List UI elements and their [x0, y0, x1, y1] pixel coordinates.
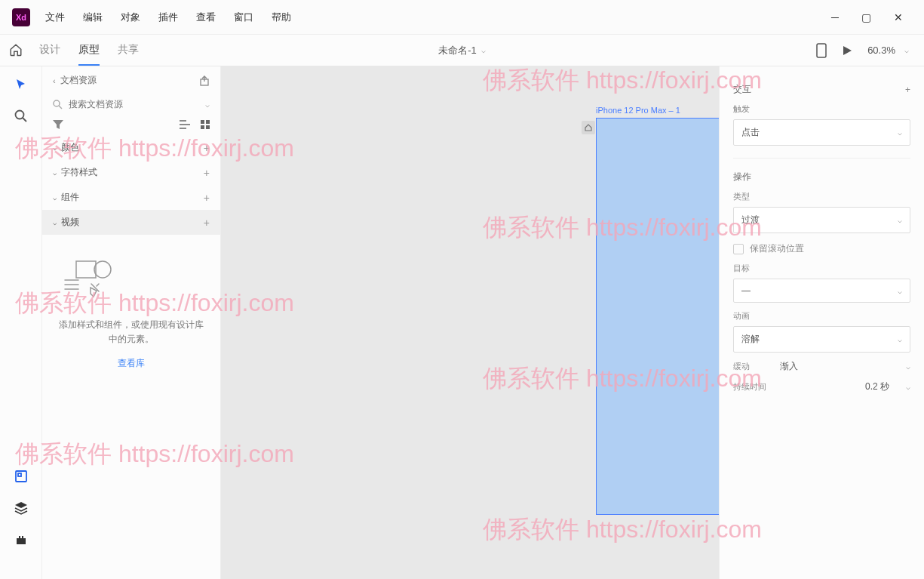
section-components[interactable]: ⌵ 组件 + [42, 185, 220, 210]
home-icon[interactable] [9, 43, 24, 58]
chevron-down-icon[interactable]: ⌵ [906, 362, 910, 371]
section-colors[interactable]: ⌵ 颜色 + [42, 135, 220, 160]
duration-label: 持续时间 [733, 381, 771, 393]
grid-view-icon[interactable] [201, 120, 210, 129]
main: ‹ 文档资源 ⌵ ⌵ [0, 66, 924, 579]
animation-value: 溶解 [741, 333, 760, 346]
trigger-value: 点击 [741, 126, 760, 139]
svg-point-1 [15, 111, 23, 119]
add-icon[interactable]: + [204, 142, 210, 154]
menu-window[interactable]: 窗口 [234, 11, 253, 24]
chevron-down-icon: ⌵ [898, 335, 902, 343]
filter-icon[interactable] [53, 120, 63, 129]
document-title[interactable]: 未命名-1 ⌵ [438, 44, 486, 57]
checkbox[interactable] [733, 244, 744, 254]
tab-share[interactable]: 共享 [118, 35, 139, 66]
tabbar: 设计 原型 共享 未命名-1 ⌵ 60.3% ⌵ [0, 35, 924, 66]
assets-icon[interactable] [12, 467, 30, 485]
plugins-icon[interactable] [12, 531, 30, 549]
chevron-down-icon: ⌵ [898, 287, 902, 295]
destination-select[interactable]: — ⌵ [733, 279, 910, 303]
add-icon[interactable]: + [204, 217, 210, 229]
close-icon[interactable]: ✕ [894, 11, 903, 23]
easing-row: 缓动 渐入 ⌵ [733, 360, 910, 373]
svg-rect-10 [206, 125, 210, 129]
trigger-select[interactable]: 点击 ⌵ [733, 119, 910, 146]
tabbar-right: 60.3% ⌵ [816, 43, 915, 58]
section-label: 颜色 [61, 141, 79, 154]
home-badge-icon[interactable] [582, 121, 595, 134]
section-label: 组件 [61, 191, 79, 204]
menu-bar: 文件 编辑 对象 插件 查看 窗口 帮助 [45, 11, 291, 24]
document-title-text: 未命名-1 [438, 44, 477, 57]
chevron-down-icon: ⌵ [898, 128, 902, 137]
maximize-icon[interactable]: ▢ [861, 11, 871, 23]
empty-state: 添加样式和组件，或使用现有设计库中的元素。 查看库 [42, 235, 220, 393]
window-controls: ─ ▢ ✕ [831, 11, 918, 23]
interaction-label: 交互 [733, 83, 751, 96]
menu-view[interactable]: 查看 [196, 11, 216, 24]
search-input[interactable] [69, 99, 199, 109]
menu-help[interactable]: 帮助 [272, 11, 291, 24]
right-panel: 交互 + 触发 点击 ⌵ 操作 类型 过渡 ⌵ 保留滚动位置 目标 — ⌵ 动画… [719, 66, 924, 579]
add-icon[interactable]: + [204, 167, 210, 179]
svg-rect-9 [201, 125, 204, 129]
canvas[interactable]: iPhone 12 Pro Max – 1 [221, 66, 719, 579]
svg-point-6 [54, 100, 60, 106]
search-icon [53, 100, 63, 109]
easing-label: 缓动 [733, 361, 771, 372]
device-icon[interactable] [816, 43, 827, 58]
chevron-down-icon[interactable]: ⌵ [906, 383, 910, 391]
tab-prototype[interactable]: 原型 [78, 35, 100, 66]
add-icon[interactable]: + [204, 192, 210, 204]
menu-object[interactable]: 对象 [121, 11, 140, 24]
tools-panel [0, 66, 42, 579]
svg-rect-8 [206, 120, 210, 124]
action-label: 操作 [733, 171, 751, 183]
assets-sections: ⌵ 颜色 + ⌵ 字符样式 + ⌵ 组件 + ⌵ 视频 + [42, 135, 220, 579]
add-interaction-icon[interactable]: + [905, 85, 910, 95]
export-icon[interactable] [199, 75, 210, 86]
section-label: 字符样式 [61, 166, 97, 179]
preserve-scroll-label: 保留滚动位置 [750, 242, 804, 255]
chevron-down-icon[interactable]: ⌵ [205, 100, 210, 109]
animation-select[interactable]: 溶解 ⌵ [733, 326, 910, 353]
select-tool[interactable] [12, 75, 30, 94]
trigger-label: 触发 [733, 103, 910, 115]
menu-file[interactable]: 文件 [45, 11, 65, 24]
menu-edit[interactable]: 编辑 [83, 11, 103, 24]
artboard[interactable] [596, 118, 719, 515]
tab-design[interactable]: 设计 [39, 35, 60, 66]
animation-label: 动画 [733, 310, 910, 322]
filter-row [42, 114, 220, 135]
chevron-down-icon: ⌵ [53, 219, 57, 226]
zoom-tool[interactable] [12, 107, 30, 125]
view-library-link[interactable]: 查看库 [57, 357, 205, 370]
section-char-styles[interactable]: ⌵ 字符样式 + [42, 160, 220, 185]
section-videos[interactable]: ⌵ 视频 + [42, 210, 220, 235]
empty-text: 添加样式和组件，或使用现有设计库中的元素。 [57, 318, 205, 346]
play-icon[interactable] [842, 45, 852, 56]
left-panel: ‹ 文档资源 ⌵ ⌵ [42, 66, 221, 579]
mode-tabs: 设计 原型 共享 [39, 35, 139, 66]
type-label: 类型 [733, 191, 910, 202]
menu-plugins[interactable]: 插件 [158, 11, 178, 24]
layers-icon[interactable] [12, 499, 30, 517]
duration-row: 持续时间 0.2 秒 ⌵ [733, 380, 910, 393]
duration-value: 0.2 秒 [865, 380, 889, 393]
minimize-icon[interactable]: ─ [831, 11, 839, 23]
action-title: 操作 [733, 171, 910, 183]
artboard-label[interactable]: iPhone 12 Pro Max – 1 [596, 106, 680, 115]
zoom-control[interactable]: 60.3% ⌵ [867, 45, 909, 56]
preserve-scroll-row[interactable]: 保留滚动位置 [733, 242, 910, 255]
zoom-value: 60.3% [867, 45, 895, 56]
section-label: 视频 [61, 216, 79, 229]
back-icon[interactable]: ‹ [53, 76, 56, 85]
svg-rect-11 [76, 261, 96, 278]
type-select[interactable]: 过渡 ⌵ [733, 207, 910, 233]
chevron-down-icon: ⌵ [53, 144, 57, 152]
svg-point-12 [94, 261, 111, 278]
list-view-icon[interactable] [180, 120, 190, 129]
chevron-down-icon: ⌵ [53, 194, 57, 202]
empty-illustration-icon [57, 257, 118, 303]
